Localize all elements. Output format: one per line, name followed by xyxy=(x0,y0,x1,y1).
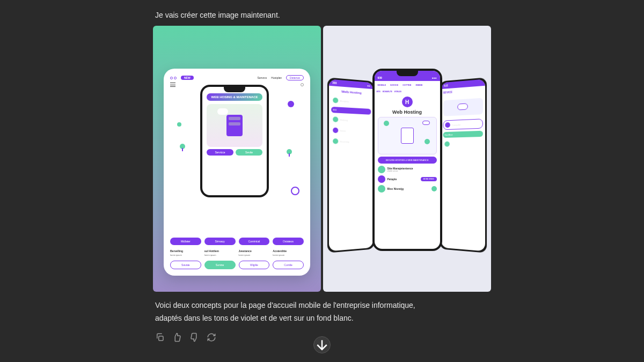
mockup-nav: NEW Servccs Hostplan Detanue xyxy=(170,75,304,80)
feature-title: Petaple xyxy=(387,178,419,181)
bullet-icon xyxy=(333,116,338,122)
bullet-icon xyxy=(445,122,450,128)
feature-row: Petaple MORE STEES xyxy=(378,175,437,183)
chat-message-container: Je vais créer cette image maintenant. NE… xyxy=(153,0,491,362)
mockup-card: NEW Servccs Hostplan Detanue xyxy=(164,69,310,276)
subtab: MITE xyxy=(377,91,380,93)
bullet-icon xyxy=(333,98,338,104)
col-title: sul Hottlem xyxy=(204,249,236,253)
user-icon xyxy=(301,83,304,86)
concept-image-2[interactable]: 300●● Welb Hosting Muniprey 393 Weletog … xyxy=(323,26,491,292)
decoration-dot xyxy=(288,101,294,107)
phone-mockup-left: 300●● Welb Hosting Muniprey 393 Weletog … xyxy=(327,77,375,253)
subtab-row: MITE MOMARLITE WONLES xyxy=(375,89,440,94)
list-item: Sitriee xyxy=(331,126,371,136)
regenerate-button[interactable] xyxy=(207,333,216,342)
svg-rect-0 xyxy=(159,336,163,340)
col-text: lorem ipsum xyxy=(170,254,201,256)
list-item: Compulte xyxy=(443,119,483,130)
list-item: Weletog xyxy=(331,115,371,125)
phone-mockup-right: ILE SEVICE Compulte Socillbse xyxy=(440,77,487,253)
feature-title: Bloc Nisreijg xyxy=(387,187,429,190)
bullet-icon xyxy=(333,138,338,144)
nav-link: Hostplan xyxy=(271,76,282,79)
cta-button: Sonine xyxy=(204,261,236,269)
status-num: 939 xyxy=(378,76,382,79)
tree-icon xyxy=(287,149,292,157)
feature-button: MORE STEES xyxy=(421,177,437,181)
side-title: Welb Hosting xyxy=(329,89,373,95)
decoration-ring xyxy=(291,187,299,195)
phone-notch xyxy=(224,87,245,92)
concept-image-1[interactable]: NEW Servccs Hostplan Detanue xyxy=(153,26,321,292)
col-title: Bervelling xyxy=(170,249,201,253)
category-pill: Sirrsaoy xyxy=(204,238,236,245)
feature-icon xyxy=(378,166,385,173)
thumbs-down-button[interactable] xyxy=(189,333,199,342)
phone-mockup-center: 939 ●●● MOBILE SOVICE COTTEE IMMEE MITE … xyxy=(372,69,442,251)
tab-row: MOBILE SOVICE COTTEE IMMEE xyxy=(375,81,440,89)
category-pill: Cominical xyxy=(239,238,270,245)
feature-icon xyxy=(378,175,385,183)
nav-link: Servccs xyxy=(258,76,267,79)
col-text: lorem ipsum xyxy=(273,254,304,256)
cta-button: Conitle xyxy=(273,261,304,269)
status-dots: ●●● xyxy=(431,76,436,79)
col-title: Acsterditie xyxy=(273,249,304,253)
action-dot-icon xyxy=(431,186,437,191)
category-pill: Ostateus xyxy=(273,238,304,245)
feature-row: Bloc Nisreijg xyxy=(378,185,437,193)
hamburger-icon xyxy=(170,83,175,87)
cta-button: Savate xyxy=(170,261,201,269)
cloud-icon xyxy=(457,103,468,110)
phone-group: 300●● Welb Hosting Muniprey 393 Weletog … xyxy=(323,69,491,270)
feature-banner: SECURE HOSTING & WEB MAINTENANCE xyxy=(378,157,437,164)
list-item: Muniprey xyxy=(331,95,371,107)
tab: SOVICE xyxy=(389,83,399,87)
tree-icon xyxy=(384,121,389,126)
scroll-down-button[interactable] xyxy=(313,336,331,353)
cloud-illustration xyxy=(443,98,483,116)
cloud-icon xyxy=(422,121,430,125)
tab: MOBILE xyxy=(377,83,387,87)
bullet-icon xyxy=(444,142,449,147)
service-chip: Servicce xyxy=(207,149,233,156)
tree-icon xyxy=(180,144,185,151)
category-pill: Midlater xyxy=(170,238,201,245)
list-item xyxy=(443,139,483,149)
col-title: Jvestance xyxy=(239,249,270,253)
cta-button: Wigilie xyxy=(239,261,270,269)
logo-icon xyxy=(170,77,177,79)
thumbs-up-button[interactable] xyxy=(172,333,182,342)
feature-row: Site Manajetentence reliable service xyxy=(378,166,437,173)
copy-button[interactable] xyxy=(155,333,165,342)
tree-icon xyxy=(425,139,430,144)
phone-mockup: WEB HOSING & MAINTENACE Servicce Sevite xyxy=(200,85,269,197)
feature-subtitle: reliable service xyxy=(387,170,437,172)
server-icon xyxy=(226,115,243,136)
phone-notch xyxy=(397,71,418,76)
hero-title: Web Hosting xyxy=(375,109,440,115)
hero-badge: WEB HOSING & MAINTENACE xyxy=(207,93,262,101)
mockup-footer: Midlater Sirrsaoy Cominical Ostateus Ber… xyxy=(170,238,304,269)
service-chip: Sevite xyxy=(236,149,262,156)
feature-icon xyxy=(378,185,385,193)
nav-button: Detanue xyxy=(286,75,304,80)
nav-tag: NEW xyxy=(181,76,194,80)
list-item: 393 xyxy=(331,107,371,115)
list-item: Socillbse xyxy=(443,131,483,138)
tab: COTTEE xyxy=(401,83,412,87)
col-text: lorem ipsum xyxy=(239,254,270,256)
subtab: MOMARLITE xyxy=(383,91,392,93)
hero-illustration xyxy=(378,117,437,154)
generated-image-grid: NEW Servccs Hostplan Detanue xyxy=(153,26,491,292)
cloud-icon xyxy=(217,108,228,115)
assistant-outro-text: Voici deux concepts pour la page d'accue… xyxy=(153,299,491,325)
hero-illustration xyxy=(207,104,262,147)
tag: ILE xyxy=(444,84,448,87)
decoration-dot xyxy=(177,122,181,127)
brand-logo: H xyxy=(402,97,413,107)
status-num: 300 xyxy=(332,81,336,85)
building-icon xyxy=(401,128,414,144)
tab: IMMEE xyxy=(414,83,423,87)
